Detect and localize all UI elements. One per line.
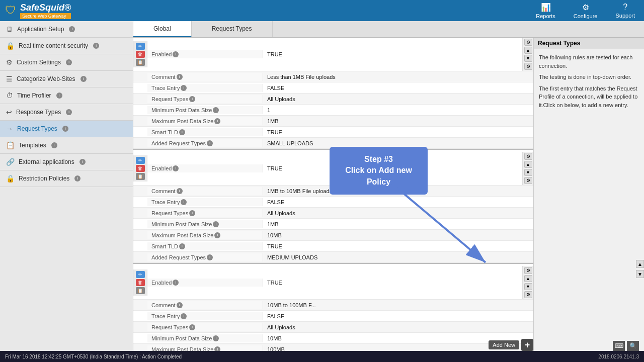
table-row: Commenti1MB to 10MB File uploads	[133, 186, 533, 197]
edit-button[interactable]: ✏	[136, 157, 145, 164]
sidebar-item-realtime-security[interactable]: 🔒 Real time content security i	[0, 38, 133, 54]
table-area[interactable]: ✏ 🗑 📋 EnablediTRUE ⚙ ▲ ▼ ⚙ CommentiLess …	[133, 38, 533, 351]
info-icon: i	[181, 199, 187, 205]
restriction-icon: 🔒	[6, 174, 15, 183]
edit-button[interactable]: ✏	[136, 43, 145, 50]
row-value: 10MB	[263, 334, 522, 342]
sidebar-item-request-types[interactable]: → Request Types i	[0, 121, 133, 137]
info-icon: i	[177, 74, 183, 80]
row-label: Enabledi	[147, 279, 263, 287]
row-value: SMALL UPLOADS	[263, 139, 522, 147]
nav-reports[interactable]: 📊 Reports	[532, 1, 559, 21]
sidebar-item-response-types[interactable]: ↩ Response Types i	[0, 104, 133, 121]
nav-configure-label: Configure	[574, 13, 598, 19]
row-value: FALSE	[263, 198, 522, 206]
templates-icon: 📋	[6, 141, 15, 149]
sidebar-item-custom-settings[interactable]: ⚙ Custom Settings i	[0, 54, 133, 71]
sidebar-item-label: Request Types	[17, 125, 57, 132]
move-up-btn[interactable]: ▲	[524, 47, 532, 54]
main-content: Global Request Types ✏ 🗑 📋 EnablediTRUE …	[133, 21, 644, 351]
right-panel-text-2: The testing is done in top-down order.	[539, 73, 639, 81]
info-icon: i	[80, 76, 87, 82]
sidebar-item-label: Real time content security	[19, 42, 88, 49]
gear-btn[interactable]: ⚙	[524, 177, 532, 184]
search-icon[interactable]: 🔍	[627, 341, 639, 351]
move-up-btn[interactable]: ▲	[524, 275, 532, 282]
sidebar-item-categorize-websites[interactable]: ☰ Categorize Web-Sites i	[0, 71, 133, 87]
support-icon: ?	[623, 3, 627, 12]
row-value: Less than 1MB File uploads	[263, 73, 522, 81]
delete-button[interactable]: 🗑	[136, 165, 145, 172]
tab-bar: Global Request Types	[133, 21, 644, 38]
delete-button[interactable]: 🗑	[136, 51, 145, 58]
sidebar-item-label: Response Types	[16, 109, 61, 116]
sidebar-item-label: Restriction Policies	[19, 175, 69, 182]
logo-subtitle: Secure Web Gateway	[20, 13, 71, 19]
tab-request-types[interactable]: Request Types	[192, 21, 273, 37]
info-icon: i	[177, 188, 183, 194]
info-icon: i	[213, 335, 219, 341]
sidebar-item-time-profiler[interactable]: ⏱ Time Profiler i	[0, 87, 133, 104]
sidebar-item-external-applications[interactable]: 🔗 External applications i	[0, 154, 133, 170]
row-value: 1MB	[263, 117, 522, 125]
info-icon: i	[74, 175, 80, 182]
tab-global[interactable]: Global	[133, 21, 192, 37]
row-label: Commenti	[147, 301, 263, 309]
shield-icon: 🛡	[5, 4, 16, 17]
scroll-down-btn[interactable]: ▼	[636, 270, 644, 278]
row-label: Added Request Typesi	[147, 253, 263, 261]
table-row: Smart TLDiTRUE	[133, 127, 533, 138]
response-types-icon: ↩	[6, 108, 12, 116]
realtime-icon: 🔒	[6, 42, 15, 50]
nav-configure[interactable]: ⚙ Configure	[570, 1, 602, 21]
info-icon: i	[66, 59, 72, 65]
status-bar: Fri Mar 16 2018 12:42:25 GMT+0530 (India…	[0, 351, 644, 362]
policy-entry-2: ✏ 🗑 📋 EnablediTRUE ⚙ ▲ ▼ ⚙ Commenti1MB t…	[133, 152, 533, 264]
header: 🛡 SafeSquid® Secure Web Gateway 📊 Report…	[0, 0, 644, 21]
info-icon: i	[181, 85, 187, 91]
table-row: Trace EntryiFALSE	[133, 82, 533, 94]
delete-button[interactable]: 🗑	[136, 279, 145, 286]
sidebar: 🖥 Application Setup i 🔒 Real time conten…	[0, 21, 133, 351]
entry-controls: ⚙ ▲ ▼ ⚙	[522, 266, 533, 299]
entry-actions: ✏ 🗑 📋	[133, 41, 147, 67]
keyboard-icon[interactable]: ⌨	[613, 341, 625, 351]
sidebar-item-label: Time Profiler	[17, 92, 51, 99]
row-value: FALSE	[263, 312, 522, 320]
copy-button[interactable]: 📋	[136, 287, 145, 294]
scroll-up-btn[interactable]: ▲	[636, 260, 644, 268]
info-icon: i	[173, 280, 179, 286]
row-value: FALSE	[263, 84, 522, 92]
settings-btn[interactable]: ⚙	[524, 267, 532, 274]
table-row: Request TypesiAll Uploads	[133, 322, 533, 333]
add-new-button[interactable]: +	[521, 339, 533, 351]
sidebar-item-restriction-policies[interactable]: 🔒 Restriction Policies i	[0, 170, 133, 187]
right-panel-text-1: The following rules are tested for each …	[539, 53, 639, 70]
row-label: Minimum Post Data Sizei	[147, 106, 263, 114]
copy-button[interactable]: 📋	[136, 59, 145, 66]
table-row: Added Request TypesiMEDIUM UPLOADS	[133, 252, 533, 263]
gear-btn[interactable]: ⚙	[524, 291, 532, 298]
row-value: All Uploads	[263, 323, 522, 331]
info-icon: i	[181, 313, 187, 319]
move-up-btn[interactable]: ▲	[524, 161, 532, 168]
move-down-btn[interactable]: ▼	[524, 283, 532, 290]
row-label: Enabledi	[147, 164, 263, 172]
settings-btn[interactable]: ⚙	[524, 39, 532, 46]
gear-btn[interactable]: ⚙	[524, 63, 532, 70]
nav-reports-label: Reports	[536, 13, 555, 19]
edit-button[interactable]: ✏	[136, 271, 145, 278]
policy-entry-1: ✏ 🗑 📋 EnablediTRUE ⚙ ▲ ▼ ⚙ CommentiLess …	[133, 38, 533, 150]
copy-button[interactable]: 📋	[136, 173, 145, 180]
move-down-btn[interactable]: ▼	[524, 55, 532, 62]
nav-support[interactable]: ? Support	[611, 1, 639, 21]
move-down-btn[interactable]: ▼	[524, 169, 532, 176]
request-types-icon: →	[6, 125, 13, 133]
sidebar-item-label: Custom Settings	[17, 59, 61, 66]
settings-btn[interactable]: ⚙	[524, 153, 532, 160]
sidebar-item-templates[interactable]: 📋 Templates i	[0, 137, 133, 154]
sidebar-item-application-setup[interactable]: 🖥 Application Setup i	[0, 21, 133, 38]
row-label: Maximum Post Data Sizei	[147, 345, 263, 351]
configure-icon: ⚙	[582, 3, 589, 12]
sidebar-item-label: External applications	[19, 158, 74, 165]
